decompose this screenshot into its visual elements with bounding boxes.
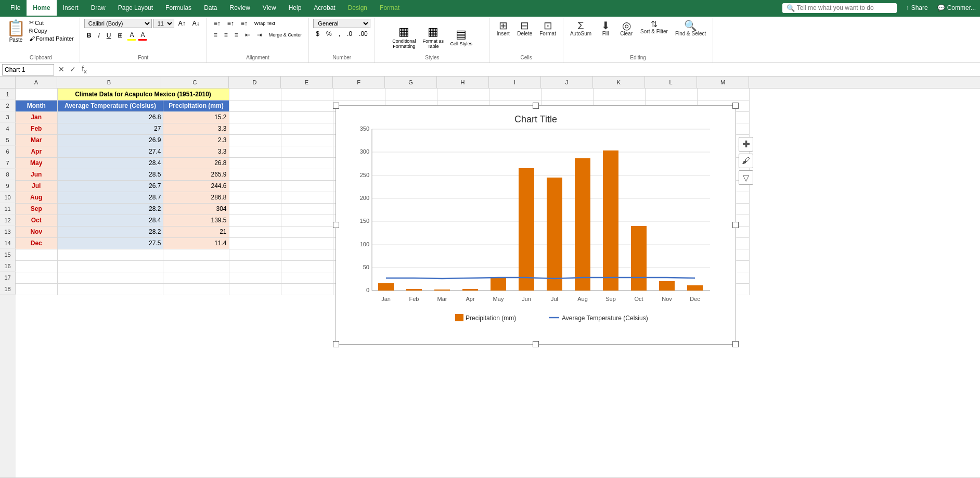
cell-G1[interactable] [385, 89, 437, 100]
align-left-button[interactable]: ≡ [211, 30, 220, 40]
row-header-8[interactable]: 8 [0, 169, 16, 180]
insert-button[interactable]: ⊞ Insert [494, 19, 512, 38]
align-center-button[interactable]: ≡ [222, 30, 230, 40]
row-header-12[interactable]: 12 [0, 215, 16, 226]
chart-filter-button[interactable]: ▽ [739, 170, 753, 185]
cell-J1[interactable] [541, 89, 593, 100]
insert-function-button[interactable]: fx [79, 65, 89, 74]
format-painter-button[interactable]: 🖌 Format Painter [28, 35, 75, 42]
row-header-17[interactable]: 17 [0, 272, 16, 283]
bold-button[interactable]: B [84, 31, 94, 40]
cell-C3[interactable]: 15.2 [163, 111, 229, 123]
cell-K1[interactable] [593, 89, 645, 100]
tab-help[interactable]: Help [282, 0, 308, 16]
cell-C9[interactable]: 244.6 [163, 180, 229, 192]
cell-I1[interactable] [489, 89, 541, 100]
cell-B14[interactable]: 27.5 [57, 237, 163, 249]
cell-D1[interactable] [229, 89, 281, 100]
col-header-F[interactable]: F [333, 77, 385, 88]
cell-B1[interactable]: Climate Data for Acapulco Mexico (1951-2… [57, 89, 229, 100]
cell-A9[interactable]: Jul [16, 180, 57, 192]
cell-A12[interactable]: Oct [16, 215, 57, 226]
formula-input[interactable] [92, 66, 978, 73]
cell-B5[interactable]: 26.9 [57, 134, 163, 146]
align-top-center-button[interactable]: ≡↑ [225, 19, 237, 28]
wrap-text-button[interactable]: Wrap Text [252, 20, 278, 27]
cut-button[interactable]: ✂ Cut [28, 19, 75, 27]
paste-button[interactable]: 📋 Paste [6, 19, 25, 43]
share-button[interactable]: ↑ Share [901, 3, 933, 13]
indent-decrease-button[interactable]: ⇤ [242, 30, 253, 40]
clear-button[interactable]: ◎ Clear [617, 19, 636, 38]
col-header-J[interactable]: J [541, 77, 593, 88]
tab-formulas[interactable]: Formulas [159, 0, 198, 16]
row-header-4[interactable]: 4 [0, 123, 16, 134]
align-top-right-button[interactable]: ≡↑ [238, 19, 250, 28]
comment-button[interactable]: 💬 Commer... [937, 4, 976, 11]
chart-handle-bottom-right[interactable] [732, 341, 739, 347]
tab-home[interactable]: Home [27, 0, 56, 16]
cell-A3[interactable]: Jan [16, 111, 57, 123]
chart-handle-middle-right[interactable] [732, 222, 739, 228]
cell-H1[interactable] [437, 89, 489, 100]
cell-C8[interactable]: 265.9 [163, 169, 229, 180]
tab-design[interactable]: Design [342, 0, 373, 16]
cell-C13[interactable]: 21 [163, 226, 229, 237]
copy-button[interactable]: ⎘ Copy [28, 27, 75, 34]
font-color-button[interactable]: A [138, 30, 147, 41]
col-header-C[interactable]: C [161, 77, 229, 88]
cell-C14[interactable]: 11.4 [163, 237, 229, 249]
chart-style-button[interactable]: 🖌 [739, 154, 753, 168]
cell-E2[interactable] [281, 100, 333, 111]
select-all-corner[interactable] [0, 77, 16, 88]
cell-A8[interactable]: Jun [16, 169, 57, 180]
col-header-L[interactable]: L [645, 77, 697, 88]
row-header-6[interactable]: 6 [0, 146, 16, 157]
cell-C10[interactable]: 286.8 [163, 192, 229, 203]
col-header-G[interactable]: G [385, 77, 437, 88]
cell-C12[interactable]: 139.5 [163, 215, 229, 226]
sort-filter-button[interactable]: ⇅ Sort & Filter [638, 19, 670, 36]
number-format-select[interactable]: General [313, 19, 370, 28]
ribbon-search-box[interactable]: 🔍 [782, 3, 897, 13]
row-header-18[interactable]: 18 [0, 283, 16, 295]
cell-A13[interactable]: Nov [16, 226, 57, 237]
tab-format[interactable]: Format [373, 0, 406, 16]
cell-A1[interactable] [16, 89, 57, 100]
cell-B9[interactable]: 26.7 [57, 180, 163, 192]
name-box[interactable]: Chart 1 [2, 64, 54, 76]
cell-C5[interactable]: 2.3 [163, 134, 229, 146]
cell-A4[interactable]: Feb [16, 123, 57, 134]
cell-B7[interactable]: 28.4 [57, 157, 163, 169]
align-top-left-button[interactable]: ≡↑ [211, 19, 223, 28]
cell-A11[interactable]: Sep [16, 203, 57, 215]
cell-B2[interactable]: Average Temperature (Celsius) [57, 100, 163, 111]
decrease-font-button[interactable]: A↓ [190, 19, 202, 28]
align-right-button[interactable]: ≡ [232, 30, 241, 40]
chart-handle-top-left[interactable] [333, 103, 339, 109]
cell-C2[interactable]: Precipitation (mm) [163, 100, 229, 111]
cell-F1[interactable] [333, 89, 385, 100]
row-header-1[interactable]: 1 [0, 89, 16, 100]
autosum-button[interactable]: Σ AutoSum [568, 19, 594, 38]
cell-M1[interactable] [697, 89, 749, 100]
increase-font-button[interactable]: A↑ [176, 19, 188, 28]
col-header-B[interactable]: B [57, 77, 161, 88]
cell-A10[interactable]: Aug [16, 192, 57, 203]
cell-C4[interactable]: 3.3 [163, 123, 229, 134]
comma-button[interactable]: , [336, 29, 343, 39]
underline-button[interactable]: U [104, 31, 114, 40]
merge-center-button[interactable]: Merge & Center [266, 31, 305, 39]
col-header-H[interactable]: H [437, 77, 489, 88]
chart-container[interactable]: ✚ 🖌 ▽ Chart Title [336, 105, 736, 345]
cell-B3[interactable]: 26.8 [57, 111, 163, 123]
delete-button[interactable]: ⊟ Delete [514, 19, 535, 38]
tab-acrobat[interactable]: Acrobat [307, 0, 341, 16]
percent-button[interactable]: % [324, 29, 334, 39]
tab-page-layout[interactable]: Page Layout [112, 0, 159, 16]
border-button[interactable]: ⊞ [115, 31, 125, 40]
row-header-9[interactable]: 9 [0, 180, 16, 192]
cell-L1[interactable] [645, 89, 697, 100]
cell-B13[interactable]: 28.2 [57, 226, 163, 237]
tab-draw[interactable]: Draw [85, 0, 112, 16]
